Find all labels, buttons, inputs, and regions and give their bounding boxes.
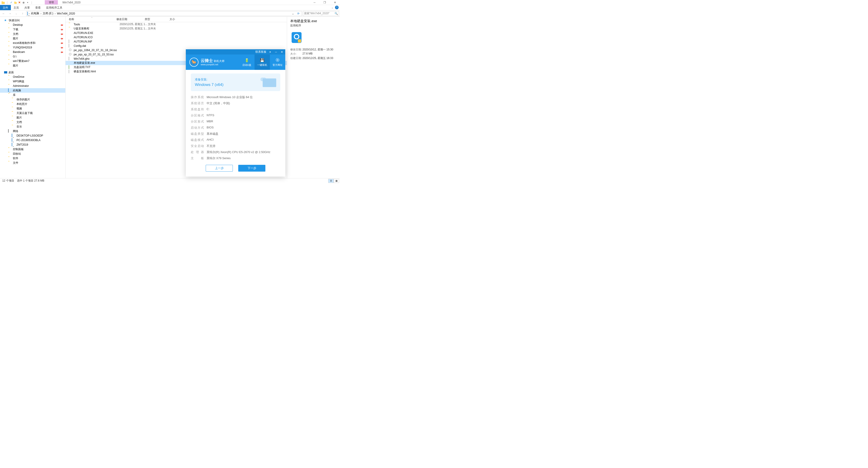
context-tab[interactable]: 管理 (45, 0, 58, 4)
view-icons-button[interactable]: ▦ (334, 179, 339, 183)
col-header-name[interactable]: ⌃ 名称 (66, 18, 116, 21)
pin-icon: 📌 (60, 46, 64, 49)
dialog-tab-install[interactable]: 💾 一键装机 (254, 55, 270, 70)
tree-quick-item[interactable]: 图片 (0, 63, 65, 68)
file-row[interactable]: AUTORUN.EXE (66, 31, 287, 35)
view-details-button[interactable]: ☰ (328, 179, 334, 183)
ribbon-tab-home[interactable]: 主页 (11, 5, 22, 10)
tree-quick-item[interactable]: Bandicam📌 (0, 50, 65, 54)
tree-quick-item[interactable]: win7重装win7 (0, 59, 65, 63)
nav-up-button[interactable]: ↑ (20, 11, 25, 16)
file-row[interactable]: Tools2020/12/25, 星期五 1...文件夹 (66, 22, 287, 27)
tree-desktop-root[interactable]: 桌面 (0, 70, 65, 74)
tree-desktop-item[interactable]: 文件 (0, 160, 65, 165)
info-label: 处理器 (191, 150, 204, 154)
tree-desktop-item[interactable]: 软件 (0, 156, 65, 160)
navigation-tree[interactable]: ★ 快速访问 Desktop📌下载📌文档📌图片📌excel表格制作求和📌YUNQ… (0, 17, 66, 178)
close-button[interactable]: ✕ (330, 0, 340, 5)
next-button[interactable]: 下一步 (238, 165, 266, 171)
breadcrumb-item[interactable]: 此电脑 (31, 11, 39, 15)
minimize-button[interactable]: ─ (309, 0, 320, 5)
nav-history-dropdown[interactable]: ⌄ (13, 11, 19, 16)
dialog-titlebar: 联系客服 ≡ ─ ✕ (186, 49, 285, 55)
properties-icon[interactable]: ◉ (22, 1, 25, 4)
chevron-right-icon[interactable]: › (54, 12, 56, 15)
file-row[interactable]: Config.dat (66, 44, 287, 48)
dialog-service-link[interactable]: 联系客服 (255, 50, 266, 54)
tree-library-item[interactable]: 天翼云盘下载 (0, 111, 65, 115)
tree-library-item[interactable]: 文档 (0, 120, 65, 124)
breadcrumb[interactable]: › 此电脑 › 文档 (E:) › Win7x64_2020 ⌄ ⟳ (26, 11, 302, 16)
tree-desktop-item[interactable]: 控制面板 (0, 147, 65, 152)
pc-icon (12, 134, 16, 137)
tree-label: DESKTOP-LSSOEDP (17, 134, 43, 137)
tree-desktop-item[interactable]: 库 (0, 93, 65, 97)
ribbon-tab-view[interactable]: 查看 (33, 5, 43, 10)
nav-back-button[interactable]: ← (1, 11, 6, 16)
file-row[interactable]: AUTORUN.ICO (66, 35, 287, 39)
dialog-menu-icon[interactable]: ≡ (268, 50, 272, 54)
close-red-icon[interactable]: ✕ (18, 1, 21, 4)
tree-desktop-item[interactable]: Administrator (0, 84, 65, 88)
tree-quick-item[interactable]: 图片📌 (0, 36, 65, 41)
item-icon (8, 89, 12, 92)
tree-desktop-item[interactable]: 回收站 (0, 152, 65, 156)
ribbon-tab-share[interactable]: 共享 (22, 5, 33, 10)
tree-desktop-item[interactable]: WPS网盘 (0, 79, 65, 84)
pin-icon: 📌 (60, 37, 64, 40)
address-dropdown-icon[interactable]: ⌄ (290, 12, 296, 15)
col-header-date[interactable]: 修改日期 (116, 18, 145, 21)
file-row[interactable]: AUTORUN.INF (66, 39, 287, 44)
breadcrumb-item[interactable]: 文档 (E:) (42, 11, 54, 15)
tree-quick-access[interactable]: ★ 快速访问 (0, 18, 65, 23)
folder-icon (8, 23, 12, 27)
tree-library-item[interactable]: 保存的图片 (0, 97, 65, 102)
maximize-button[interactable]: ❐ (320, 0, 330, 5)
qat-dropdown-icon[interactable]: ▾ (26, 1, 29, 4)
check-icon[interactable]: ✓ (9, 1, 13, 4)
file-row[interactable]: U盘安装教程2020/12/25, 星期五 1...文件夹 (66, 27, 287, 31)
tree-quick-item[interactable]: excel表格制作求和📌 (0, 41, 65, 45)
col-header-type[interactable]: 类型 (145, 18, 169, 21)
details-file-icon (290, 31, 303, 44)
tree-desktop-item[interactable]: 此电脑 (0, 88, 65, 93)
tree-library-item[interactable]: 本机照片 (0, 102, 65, 106)
tree-network-item[interactable]: ZMT2019 (0, 143, 65, 147)
meta-row: 大小:27.6 MB (290, 52, 337, 56)
main-content: ★ 快速访问 Desktop📌下载📌文档📌图片📌excel表格制作求和📌YUNQ… (0, 17, 340, 178)
tree-quick-item[interactable]: YUNQISHI2019📌 (0, 45, 65, 50)
info-row: 处理器英特尔(R) Xeon(R) CPU E5-2670 v2 @ 2.50G… (191, 150, 280, 154)
info-row: 主板英特尔 X79 Series (191, 156, 280, 160)
tree-network-item[interactable]: DESKTOP-LSSOEDP (0, 133, 65, 138)
tree-desktop-item[interactable]: OneDrive (0, 74, 65, 79)
tree-quick-item[interactable]: Desktop📌 (0, 23, 65, 27)
dialog-tab-usb[interactable]: 🔋 启动U盘 (239, 55, 254, 70)
folder-small-icon[interactable] (13, 1, 17, 4)
ribbon-tab-apptools[interactable]: 应用程序工具 (43, 5, 65, 10)
chevron-right-icon[interactable]: › (28, 12, 30, 15)
ribbon-expand-icon[interactable]: ⌄ (331, 6, 333, 9)
refresh-icon[interactable]: ⟳ (296, 12, 301, 15)
tree-label: Bandicam (13, 51, 25, 54)
tree-desktop-item[interactable]: 网络 (0, 129, 65, 133)
dialog-minimize-icon[interactable]: ─ (274, 50, 278, 54)
tree-network-item[interactable]: PC-20190530OBLA (0, 138, 65, 143)
search-icon[interactable]: 🔍 (335, 12, 338, 15)
tree-quick-item[interactable]: 下载📌 (0, 27, 65, 32)
prev-button[interactable]: 上一步 (206, 165, 233, 171)
dialog-close-icon[interactable]: ✕ (280, 50, 284, 54)
col-header-size[interactable]: 大小 (169, 18, 183, 21)
tree-label: 快速访问 (9, 19, 20, 22)
dialog-tab-website[interactable]: ⓔ 官方网址 (270, 55, 285, 70)
nav-forward-button[interactable]: → (7, 11, 13, 16)
chevron-right-icon[interactable]: › (40, 12, 42, 15)
tree-quick-item[interactable]: 文档📌 (0, 32, 65, 36)
tree-library-item[interactable]: 图片 (0, 115, 65, 120)
breadcrumb-item[interactable]: Win7x64_2020 (57, 12, 75, 15)
tree-library-item[interactable]: 视频 (0, 106, 65, 111)
search-input[interactable]: 搜索"Win7x64_2020" 🔍 (303, 11, 339, 16)
tree-library-item[interactable]: 音乐 (0, 124, 65, 129)
tree-quick-item[interactable]: G:\ (0, 54, 65, 59)
ribbon-tab-file[interactable]: 文件 (0, 5, 11, 10)
help-icon[interactable]: ? (335, 6, 339, 9)
